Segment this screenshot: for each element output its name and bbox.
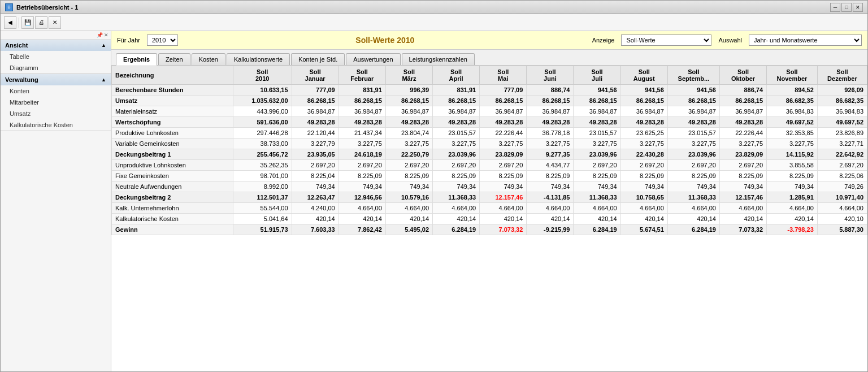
cell-value: 23.015,57 (433, 128, 480, 139)
tab-zeiten[interactable]: Zeiten (158, 53, 190, 65)
maximize-button[interactable]: □ (841, 3, 852, 12)
cell-value: 1.035.632,00 (233, 96, 292, 106)
verwaltung-header[interactable]: Verwaltung ▲ (1, 74, 111, 85)
cell-value: 2.697,20 (292, 160, 338, 171)
cell-value: 86.268,15 (719, 96, 766, 106)
cell-value: 8.225,09 (667, 171, 719, 181)
close-toolbar-button[interactable]: ✕ (49, 16, 61, 29)
tab-leistungskennzahlen[interactable]: Leistungskennzahlen (402, 53, 475, 65)
cell-value: 941,56 (620, 85, 667, 96)
cell-value: 10.758,65 (620, 192, 667, 203)
cell-value: 4.664,00 (527, 203, 574, 214)
cell-value: 886,74 (527, 85, 574, 96)
minimize-button[interactable]: ─ (830, 3, 840, 12)
cell-value: 49.283,28 (480, 117, 527, 128)
table-row: Deckungsbeitrag 2112.501,3712.263,4712.9… (112, 192, 867, 203)
table-header-row: Bezeichnung Soll2010 SollJanuar SollFebr… (112, 66, 867, 85)
cell-value: 3.227,75 (667, 139, 719, 149)
cell-value: 23.039,96 (667, 149, 719, 160)
cell-value: 24.618,19 (338, 149, 385, 160)
tab-auswertungen[interactable]: Auswertungen (346, 53, 400, 65)
col-soll-mai: SollMai (480, 66, 527, 85)
cell-value: 8.225,09 (433, 171, 480, 181)
cell-value: 7.603,33 (292, 224, 338, 235)
cell-value: 49.283,28 (574, 117, 620, 128)
toolbar-separator-1 (19, 18, 19, 28)
cell-value: 3.227,75 (574, 139, 620, 149)
cell-value: 749,34 (385, 181, 432, 192)
cell-value: 112.501,37 (233, 192, 292, 203)
cell-value: 894,52 (767, 85, 818, 96)
cell-value: 3.227,75 (527, 139, 574, 149)
cell-value: 23.829,09 (480, 149, 527, 160)
cell-label: Umsatz (112, 96, 233, 106)
cell-value: 941,56 (667, 85, 719, 96)
back-button[interactable]: ◀ (4, 16, 16, 29)
sidebar-close-icon[interactable]: ✕ (104, 32, 108, 38)
cell-value: 420,14 (719, 214, 766, 224)
auswahl-label: Auswahl (718, 37, 742, 44)
cell-value: 2.697,20 (574, 160, 620, 171)
cell-value: 8.225,09 (719, 171, 766, 181)
cell-value: 49.283,28 (338, 117, 385, 128)
cell-value: 49.283,28 (667, 117, 719, 128)
cell-value: 4.664,00 (338, 203, 385, 214)
cell-value: 8.992,00 (233, 181, 292, 192)
table-container[interactable]: Bezeichnung Soll2010 SollJanuar SollFebr… (111, 66, 867, 371)
sidebar-item-diagramm[interactable]: Diagramm (1, 62, 111, 73)
cell-value: 10.971,40 (817, 192, 867, 203)
tab-konten-std[interactable]: Konten je Std. (291, 53, 345, 65)
controls-bar: Für Jahr 2010 Soll-Werte 2010 Anzeige So… (111, 31, 867, 50)
sidebar-item-konten[interactable]: Konten (1, 85, 111, 97)
cell-value: 5.495,02 (385, 224, 432, 235)
ansicht-header[interactable]: Ansicht ▲ (1, 40, 111, 51)
cell-value: 49.283,28 (527, 117, 574, 128)
cell-value: 11.368,33 (433, 192, 480, 203)
cell-value: 420,14 (620, 214, 667, 224)
cell-label: Wertschöpfung (112, 117, 233, 128)
cell-value: 11.368,33 (574, 192, 620, 203)
cell-value: 3.227,75 (338, 139, 385, 149)
year-select[interactable]: 2010 (147, 34, 178, 46)
auswahl-select[interactable]: Jahr- und Monatswerte (749, 34, 862, 46)
cell-value: 8.225,09 (767, 171, 818, 181)
cell-value: 420,14 (527, 214, 574, 224)
sidebar-item-kalk-kosten[interactable]: Kalkulatorische Kosten (1, 119, 111, 131)
cell-value: 749,34 (527, 181, 574, 192)
table-row: Produktive Lohnkosten297.446,2822.120,44… (112, 128, 867, 139)
cell-value: 86.268,15 (385, 96, 432, 106)
save-button[interactable]: 💾 (21, 16, 34, 29)
print-button[interactable]: 🖨 (35, 16, 47, 29)
cell-value: 8.225,06 (817, 171, 867, 181)
cell-value: 55.544,00 (233, 203, 292, 214)
cell-value: 12.263,47 (292, 192, 338, 203)
tab-kosten[interactable]: Kosten (192, 53, 225, 65)
cell-value: 749,34 (719, 181, 766, 192)
cell-value: 2.697,20 (338, 160, 385, 171)
cell-value: 2.697,20 (620, 160, 667, 171)
cell-value: 23.826,89 (817, 128, 867, 139)
cell-value: 38.733,00 (233, 139, 292, 149)
table-row: Kalk. Unternehmerlohn55.544,004.240,004.… (112, 203, 867, 214)
sidebar-pin-bar: 📌 ✕ (1, 31, 111, 40)
cell-value: 420,10 (817, 214, 867, 224)
pin-icon[interactable]: 📌 (97, 32, 103, 38)
cell-value: 36.984,87 (667, 106, 719, 117)
col-soll-juli: SollJuli (574, 66, 620, 85)
tab-kalkulationswerte[interactable]: Kalkulationswerte (227, 53, 290, 65)
sidebar-item-mitarbeiter[interactable]: Mitarbeiter (1, 97, 111, 108)
sidebar-item-umsatz[interactable]: Umsatz (1, 108, 111, 119)
cell-value: 3.855,58 (767, 160, 818, 171)
cell-value: 2.697,20 (817, 160, 867, 171)
cell-value: 49.283,28 (385, 117, 432, 128)
table-row: Deckungsbeitrag 1255.456,7223.935,0524.6… (112, 149, 867, 160)
cell-value: 2.697,20 (480, 160, 527, 171)
anzeige-select[interactable]: Soll-Werte (621, 34, 711, 46)
close-button[interactable]: ✕ (853, 3, 863, 12)
cell-value: 36.984,87 (527, 106, 574, 117)
col-soll-februar: SollFebruar (338, 66, 385, 85)
table-row: Umsatz1.035.632,0086.268,1586.268,1586.2… (112, 96, 867, 106)
tab-ergebnis[interactable]: Ergebnis (116, 53, 157, 66)
sidebar-item-tabelle[interactable]: Tabelle (1, 51, 111, 62)
cell-value: 4.240,00 (292, 203, 338, 214)
